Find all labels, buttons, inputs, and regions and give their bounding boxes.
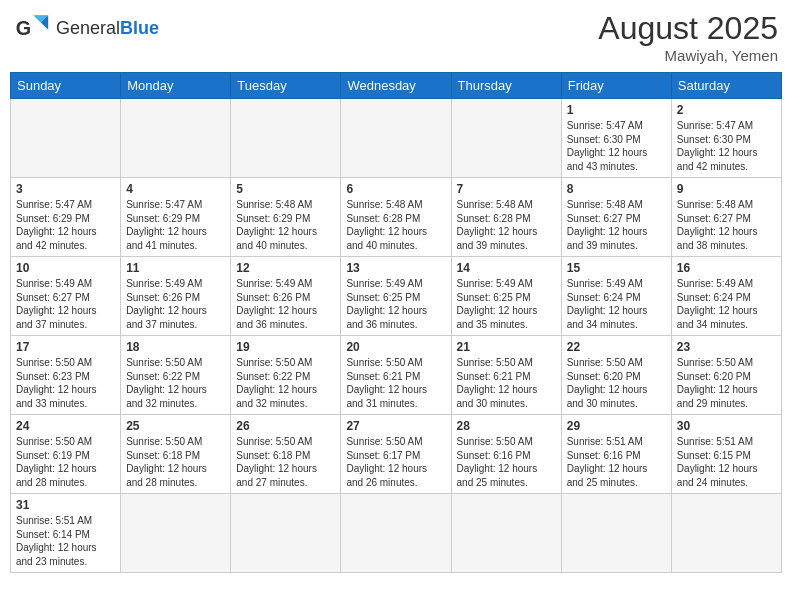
table-row: 29Sunrise: 5:51 AM Sunset: 6:16 PM Dayli… — [561, 415, 671, 494]
day-info: Sunrise: 5:50 AM Sunset: 6:17 PM Dayligh… — [346, 435, 445, 489]
day-number: 23 — [677, 340, 776, 354]
table-row — [341, 494, 451, 573]
table-row: 27Sunrise: 5:50 AM Sunset: 6:17 PM Dayli… — [341, 415, 451, 494]
day-info: Sunrise: 5:50 AM Sunset: 6:18 PM Dayligh… — [126, 435, 225, 489]
day-info: Sunrise: 5:50 AM Sunset: 6:19 PM Dayligh… — [16, 435, 115, 489]
day-number: 26 — [236, 419, 335, 433]
day-number: 24 — [16, 419, 115, 433]
day-number: 9 — [677, 182, 776, 196]
day-number: 16 — [677, 261, 776, 275]
table-row: 7Sunrise: 5:48 AM Sunset: 6:28 PM Daylig… — [451, 178, 561, 257]
table-row: 14Sunrise: 5:49 AM Sunset: 6:25 PM Dayli… — [451, 257, 561, 336]
day-number: 6 — [346, 182, 445, 196]
logo-text: GeneralBlue — [56, 18, 159, 39]
calendar-table: Sunday Monday Tuesday Wednesday Thursday… — [10, 72, 782, 573]
day-info: Sunrise: 5:47 AM Sunset: 6:29 PM Dayligh… — [16, 198, 115, 252]
day-number: 11 — [126, 261, 225, 275]
day-info: Sunrise: 5:48 AM Sunset: 6:28 PM Dayligh… — [346, 198, 445, 252]
day-number: 7 — [457, 182, 556, 196]
day-number: 10 — [16, 261, 115, 275]
header-wednesday: Wednesday — [341, 73, 451, 99]
day-number: 19 — [236, 340, 335, 354]
header-thursday: Thursday — [451, 73, 561, 99]
day-number: 2 — [677, 103, 776, 117]
table-row: 8Sunrise: 5:48 AM Sunset: 6:27 PM Daylig… — [561, 178, 671, 257]
calendar-header-row: Sunday Monday Tuesday Wednesday Thursday… — [11, 73, 782, 99]
day-info: Sunrise: 5:51 AM Sunset: 6:15 PM Dayligh… — [677, 435, 776, 489]
table-row: 16Sunrise: 5:49 AM Sunset: 6:24 PM Dayli… — [671, 257, 781, 336]
logo: G GeneralBlue — [14, 10, 159, 46]
month-year: August 2025 — [598, 10, 778, 47]
logo-icon: G — [14, 10, 50, 46]
day-number: 25 — [126, 419, 225, 433]
table-row: 25Sunrise: 5:50 AM Sunset: 6:18 PM Dayli… — [121, 415, 231, 494]
day-number: 5 — [236, 182, 335, 196]
location: Mawiyah, Yemen — [598, 47, 778, 64]
day-info: Sunrise: 5:49 AM Sunset: 6:24 PM Dayligh… — [567, 277, 666, 331]
day-info: Sunrise: 5:49 AM Sunset: 6:26 PM Dayligh… — [236, 277, 335, 331]
table-row — [451, 494, 561, 573]
day-info: Sunrise: 5:50 AM Sunset: 6:20 PM Dayligh… — [677, 356, 776, 410]
day-info: Sunrise: 5:51 AM Sunset: 6:14 PM Dayligh… — [16, 514, 115, 568]
table-row — [11, 99, 121, 178]
day-info: Sunrise: 5:47 AM Sunset: 6:30 PM Dayligh… — [677, 119, 776, 173]
day-info: Sunrise: 5:50 AM Sunset: 6:23 PM Dayligh… — [16, 356, 115, 410]
day-info: Sunrise: 5:50 AM Sunset: 6:21 PM Dayligh… — [346, 356, 445, 410]
table-row: 19Sunrise: 5:50 AM Sunset: 6:22 PM Dayli… — [231, 336, 341, 415]
day-info: Sunrise: 5:49 AM Sunset: 6:25 PM Dayligh… — [346, 277, 445, 331]
day-number: 3 — [16, 182, 115, 196]
day-info: Sunrise: 5:49 AM Sunset: 6:24 PM Dayligh… — [677, 277, 776, 331]
table-row: 4Sunrise: 5:47 AM Sunset: 6:29 PM Daylig… — [121, 178, 231, 257]
title-block: August 2025 Mawiyah, Yemen — [598, 10, 778, 64]
table-row: 6Sunrise: 5:48 AM Sunset: 6:28 PM Daylig… — [341, 178, 451, 257]
table-row — [341, 99, 451, 178]
table-row: 21Sunrise: 5:50 AM Sunset: 6:21 PM Dayli… — [451, 336, 561, 415]
day-number: 4 — [126, 182, 225, 196]
table-row — [561, 494, 671, 573]
table-row — [671, 494, 781, 573]
table-row: 9Sunrise: 5:48 AM Sunset: 6:27 PM Daylig… — [671, 178, 781, 257]
day-number: 1 — [567, 103, 666, 117]
day-number: 22 — [567, 340, 666, 354]
day-info: Sunrise: 5:50 AM Sunset: 6:21 PM Dayligh… — [457, 356, 556, 410]
header-saturday: Saturday — [671, 73, 781, 99]
page-header: G GeneralBlue August 2025 Mawiyah, Yemen — [10, 10, 782, 64]
day-number: 12 — [236, 261, 335, 275]
day-info: Sunrise: 5:47 AM Sunset: 6:29 PM Dayligh… — [126, 198, 225, 252]
table-row: 23Sunrise: 5:50 AM Sunset: 6:20 PM Dayli… — [671, 336, 781, 415]
table-row: 20Sunrise: 5:50 AM Sunset: 6:21 PM Dayli… — [341, 336, 451, 415]
table-row: 5Sunrise: 5:48 AM Sunset: 6:29 PM Daylig… — [231, 178, 341, 257]
table-row: 22Sunrise: 5:50 AM Sunset: 6:20 PM Dayli… — [561, 336, 671, 415]
day-info: Sunrise: 5:49 AM Sunset: 6:26 PM Dayligh… — [126, 277, 225, 331]
table-row: 18Sunrise: 5:50 AM Sunset: 6:22 PM Dayli… — [121, 336, 231, 415]
day-info: Sunrise: 5:50 AM Sunset: 6:22 PM Dayligh… — [126, 356, 225, 410]
table-row: 3Sunrise: 5:47 AM Sunset: 6:29 PM Daylig… — [11, 178, 121, 257]
table-row — [121, 494, 231, 573]
day-info: Sunrise: 5:48 AM Sunset: 6:27 PM Dayligh… — [567, 198, 666, 252]
table-row: 2Sunrise: 5:47 AM Sunset: 6:30 PM Daylig… — [671, 99, 781, 178]
day-number: 17 — [16, 340, 115, 354]
table-row: 10Sunrise: 5:49 AM Sunset: 6:27 PM Dayli… — [11, 257, 121, 336]
table-row: 11Sunrise: 5:49 AM Sunset: 6:26 PM Dayli… — [121, 257, 231, 336]
day-number: 8 — [567, 182, 666, 196]
day-number: 21 — [457, 340, 556, 354]
table-row: 12Sunrise: 5:49 AM Sunset: 6:26 PM Dayli… — [231, 257, 341, 336]
day-number: 28 — [457, 419, 556, 433]
day-info: Sunrise: 5:50 AM Sunset: 6:16 PM Dayligh… — [457, 435, 556, 489]
day-info: Sunrise: 5:47 AM Sunset: 6:30 PM Dayligh… — [567, 119, 666, 173]
day-info: Sunrise: 5:50 AM Sunset: 6:20 PM Dayligh… — [567, 356, 666, 410]
table-row: 1Sunrise: 5:47 AM Sunset: 6:30 PM Daylig… — [561, 99, 671, 178]
day-info: Sunrise: 5:48 AM Sunset: 6:28 PM Dayligh… — [457, 198, 556, 252]
day-info: Sunrise: 5:50 AM Sunset: 6:22 PM Dayligh… — [236, 356, 335, 410]
day-info: Sunrise: 5:48 AM Sunset: 6:27 PM Dayligh… — [677, 198, 776, 252]
table-row — [231, 494, 341, 573]
table-row: 30Sunrise: 5:51 AM Sunset: 6:15 PM Dayli… — [671, 415, 781, 494]
day-number: 18 — [126, 340, 225, 354]
day-number: 31 — [16, 498, 115, 512]
table-row: 17Sunrise: 5:50 AM Sunset: 6:23 PM Dayli… — [11, 336, 121, 415]
day-info: Sunrise: 5:51 AM Sunset: 6:16 PM Dayligh… — [567, 435, 666, 489]
svg-text:G: G — [16, 17, 31, 39]
table-row — [121, 99, 231, 178]
table-row: 15Sunrise: 5:49 AM Sunset: 6:24 PM Dayli… — [561, 257, 671, 336]
table-row — [451, 99, 561, 178]
